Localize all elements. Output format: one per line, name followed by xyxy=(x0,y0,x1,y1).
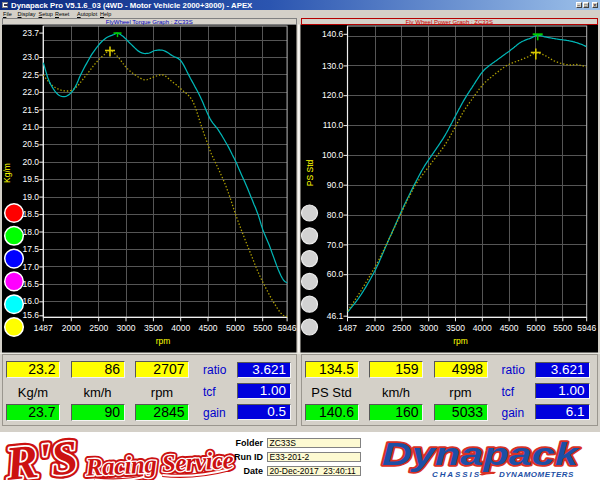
svg-text:1487: 1487 xyxy=(34,323,53,333)
svg-text:4500: 4500 xyxy=(500,323,519,333)
svg-text:4000: 4000 xyxy=(171,323,190,333)
svg-text:16.5: 16.5 xyxy=(23,279,40,289)
svg-text:2000: 2000 xyxy=(62,323,81,333)
svg-text:21.5: 21.5 xyxy=(23,105,40,115)
svg-text:rpm: rpm xyxy=(453,336,468,346)
svg-text:4000: 4000 xyxy=(473,323,492,333)
svg-text:19.5: 19.5 xyxy=(23,174,40,184)
svg-text:70.0: 70.0 xyxy=(327,240,344,250)
svg-text:CHASSIS: CHASSIS xyxy=(432,470,481,479)
svg-text:19.0: 19.0 xyxy=(23,192,40,202)
svg-text:5000: 5000 xyxy=(527,323,546,333)
svg-text:22.5: 22.5 xyxy=(23,70,40,80)
svg-text:23.7: 23.7 xyxy=(23,28,40,38)
svg-text:15.6: 15.6 xyxy=(23,310,40,320)
svg-text:17.5: 17.5 xyxy=(23,244,40,254)
svg-text:100.0: 100.0 xyxy=(322,150,344,160)
svg-text:23.0: 23.0 xyxy=(23,52,40,62)
svg-text:5946: 5946 xyxy=(278,323,297,333)
svg-text:20.0: 20.0 xyxy=(23,157,40,167)
svg-text:rpm: rpm xyxy=(156,336,171,346)
svg-text:130.0: 130.0 xyxy=(322,61,344,71)
svg-text:3000: 3000 xyxy=(117,323,136,333)
svg-text:21.0: 21.0 xyxy=(23,122,40,132)
svg-text:17.0: 17.0 xyxy=(23,262,40,272)
svg-text:18.5: 18.5 xyxy=(23,209,40,219)
svg-text:90.0: 90.0 xyxy=(327,180,344,190)
svg-text:PS Std: PS Std xyxy=(305,160,315,187)
svg-text:22.0: 22.0 xyxy=(23,87,40,97)
svg-text:5500: 5500 xyxy=(253,323,272,333)
svg-text:Kg/m: Kg/m xyxy=(2,163,12,183)
svg-text:2000: 2000 xyxy=(366,323,385,333)
svg-text:5500: 5500 xyxy=(553,323,572,333)
svg-text:140.6: 140.6 xyxy=(322,29,344,39)
svg-text:20.5: 20.5 xyxy=(23,139,40,149)
svg-text:4500: 4500 xyxy=(199,323,218,333)
svg-text:3500: 3500 xyxy=(144,323,163,333)
svg-text:3000: 3000 xyxy=(419,323,438,333)
svg-text:2500: 2500 xyxy=(392,323,411,333)
svg-text:110.0: 110.0 xyxy=(323,120,344,130)
svg-text:5000: 5000 xyxy=(226,323,245,333)
svg-text:80.0: 80.0 xyxy=(327,210,344,220)
svg-text:3500: 3500 xyxy=(446,323,465,333)
svg-text:120.0: 120.0 xyxy=(322,90,344,100)
svg-text:DYNAMOMETERS: DYNAMOMETERS xyxy=(499,470,574,479)
svg-text:1487: 1487 xyxy=(338,323,357,333)
svg-text:5946: 5946 xyxy=(577,323,596,333)
svg-text:46.1: 46.1 xyxy=(327,311,344,321)
svg-text:16.0: 16.0 xyxy=(23,296,40,306)
svg-text:2500: 2500 xyxy=(89,323,108,333)
svg-text:60.0: 60.0 xyxy=(327,269,344,279)
svg-text:R'S: R'S xyxy=(2,432,80,480)
svg-text:Dynapack: Dynapack xyxy=(382,437,580,472)
svg-text:18.0: 18.0 xyxy=(23,227,40,237)
